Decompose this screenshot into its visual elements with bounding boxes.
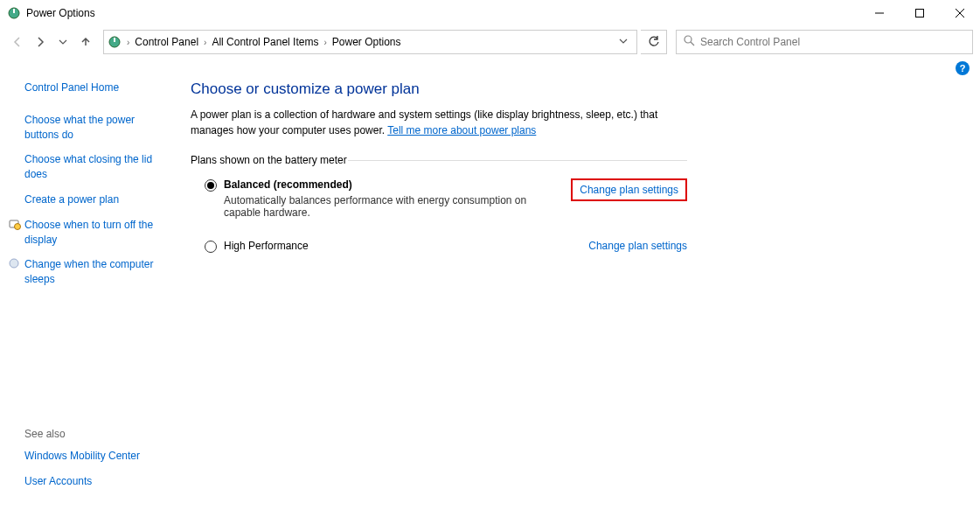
change-plan-settings-link[interactable]: Change plan settings [588, 240, 687, 252]
see-also-link[interactable]: User Accounts [24, 474, 168, 489]
address-dropdown-button[interactable] [614, 36, 633, 48]
back-button[interactable] [7, 31, 28, 52]
search-icon [684, 35, 695, 49]
maximize-button[interactable] [900, 0, 940, 26]
window-titlebar: Power Options [0, 0, 980, 26]
power-plan-row: Balanced (recommended) Automatically bal… [191, 170, 687, 222]
page-description: A power plan is a collection of hardware… [191, 107, 687, 138]
svg-line-9 [691, 42, 694, 45]
refresh-button[interactable] [641, 30, 667, 54]
tell-me-more-link[interactable]: Tell me more about power plans [387, 124, 536, 136]
see-also-label: See also [24, 428, 168, 440]
plan-description: Automatically balances performance with … [224, 194, 553, 219]
svg-rect-1 [13, 9, 15, 13]
search-bar[interactable] [676, 30, 973, 54]
breadcrumb-item[interactable]: All Control Panel Items [208, 36, 322, 48]
forward-button[interactable] [30, 31, 51, 52]
svg-point-8 [685, 36, 692, 43]
plan-radio-high-performance[interactable] [205, 241, 217, 253]
recent-dropdown-button[interactable] [52, 31, 73, 52]
plan-name[interactable]: High Performance [224, 240, 571, 252]
see-also-link[interactable]: Windows Mobility Center [24, 449, 168, 464]
sidebar-link[interactable]: Choose what closing the lid does [24, 152, 168, 182]
display-shield-icon [9, 219, 21, 231]
power-plan-row: High Performance Change plan settings [191, 222, 687, 256]
svg-rect-7 [114, 38, 115, 42]
plans-section-header: Plans shown on the battery meter [191, 154, 687, 166]
plan-radio-balanced[interactable] [205, 179, 217, 192]
address-bar[interactable]: › Control Panel › All Control Panel Item… [103, 30, 637, 54]
navigation-bar: › Control Panel › All Control Panel Item… [0, 26, 980, 58]
change-plan-settings-link[interactable]: Change plan settings [571, 178, 687, 201]
breadcrumb-item[interactable]: Control Panel [131, 36, 202, 48]
help-button[interactable]: ? [956, 61, 970, 75]
page-title: Choose or customize a power plan [191, 80, 687, 98]
chevron-right-icon[interactable]: › [322, 38, 328, 47]
sidebar-link[interactable]: Choose what the power buttons do [24, 113, 168, 143]
svg-point-12 [10, 259, 18, 268]
close-button[interactable] [940, 0, 980, 26]
moon-shield-icon [9, 258, 21, 270]
search-input[interactable] [700, 36, 965, 48]
sidebar-link[interactable]: Choose when to turn off the display [24, 218, 168, 248]
plan-name[interactable]: Balanced (recommended) [224, 178, 553, 191]
main-content: Choose or customize a power plan A power… [184, 75, 708, 510]
sidebar-link[interactable]: Create a power plan [24, 192, 168, 207]
window-title: Power Options [26, 7, 859, 19]
svg-point-11 [15, 223, 21, 229]
chevron-right-icon[interactable]: › [125, 38, 131, 47]
chevron-right-icon[interactable]: › [202, 38, 208, 47]
sidebar-link[interactable]: Change when the computer sleeps [24, 257, 168, 287]
breadcrumb-item[interactable]: Power Options [329, 36, 405, 48]
up-button[interactable] [75, 31, 96, 52]
sidebar: Control Panel Home Choose what the power… [0, 75, 184, 510]
minimize-button[interactable] [859, 0, 900, 26]
svg-rect-3 [916, 10, 924, 17]
control-panel-home-link[interactable]: Control Panel Home [24, 80, 168, 95]
power-options-icon [7, 6, 21, 20]
power-options-icon [108, 35, 122, 49]
window-controls [859, 0, 980, 26]
